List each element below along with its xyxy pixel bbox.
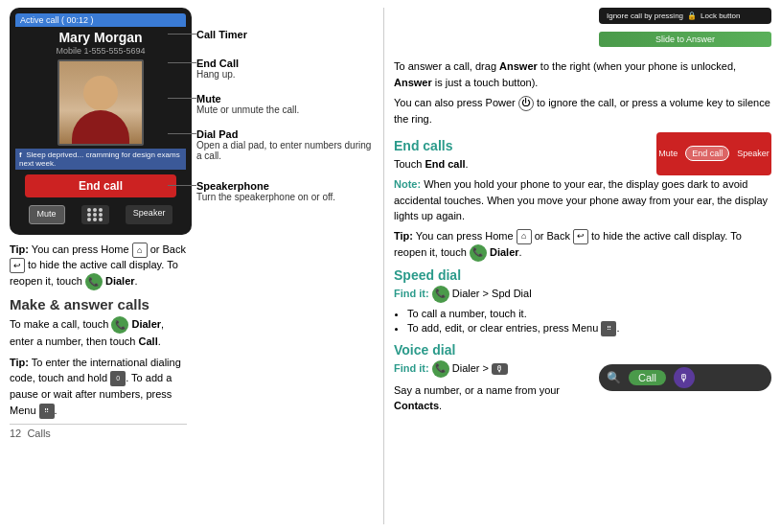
voice-dial-say: Say a number, or a name from your Contac… xyxy=(394,382,599,414)
search-call-bar: 🔍 Call 🎙 xyxy=(599,364,771,391)
end-calls-section: Mute End call Speaker End calls Touch En… xyxy=(394,132,771,224)
menu-icon-spd: ⠿ xyxy=(601,321,616,336)
power-icon: ⏻ xyxy=(518,96,534,111)
lock-icon: 🔒 xyxy=(687,12,697,20)
answer-call-para: To answer a call, drag Answer to the rig… xyxy=(394,58,771,90)
speed-dial-bullet-2: To add, edit, or clear entries, press Me… xyxy=(407,321,771,336)
annotation-end-call: End Call Hang up. xyxy=(196,58,379,80)
speaker-label-img: Speaker xyxy=(737,149,770,158)
right-panel: Ignore call by pressing 🔒 Lock button Sl… xyxy=(384,0,781,532)
power-ignore-para: You can also press Power ⏻ to ignore the… xyxy=(394,95,771,127)
left-panel: Active call ( 00:12 ) Mary Morgan Mobile… xyxy=(0,0,383,532)
mute-label-img: Mute xyxy=(658,149,678,158)
back-icon-right: ↩ xyxy=(573,229,588,244)
slide-answer-text: Slide to Answer xyxy=(655,35,715,44)
voice-dial-row: Find it: 📞 Dialer > 🎙 Say a number, or a… xyxy=(394,360,771,419)
annotation-line-endcall xyxy=(168,62,196,63)
make-answer-para1: To make a call, touch 📞 Dialer, enter a … xyxy=(10,316,187,350)
mute-button[interactable]: Mute xyxy=(29,205,65,224)
ignore-call-label: Ignore call by pressing xyxy=(607,12,683,20)
end-calls-note: Note: When you hold your phone to your e… xyxy=(394,176,771,224)
annotation-line-timer xyxy=(168,34,196,35)
annotation-line-speaker xyxy=(168,185,196,186)
end-calls-inner: Mute End call Speaker xyxy=(658,146,770,161)
annotation-line-mute xyxy=(168,98,196,99)
dialer-icon-voice: 📞 xyxy=(432,360,449,378)
annotation-call-timer: Call Timer xyxy=(196,29,379,40)
ignore-call-block: Ignore call by pressing 🔒 Lock button Sl… xyxy=(599,8,771,55)
contact-number: Mobile 1-555-555-5694 xyxy=(15,46,186,56)
dialer-icon-right: 📞 xyxy=(470,244,487,262)
tip1-label: Tip: xyxy=(10,243,29,255)
dialer-icon-speed: 📞 xyxy=(432,286,449,303)
annotation-mute-title: Mute xyxy=(196,93,379,104)
annotation-speaker-title: Speakerphone xyxy=(196,180,379,192)
facebook-status: f Sleep deprived... cramming for design … xyxy=(15,149,186,170)
dialer-phone-icon: 📞 xyxy=(85,273,103,290)
back-icon: ↩ xyxy=(10,258,25,273)
slide-to-answer-bar: Slide to Answer xyxy=(599,32,771,47)
endcall-label-img: End call xyxy=(685,146,729,161)
annotations-area: Call Timer End Call Hang up. Mute Mute o… xyxy=(192,0,383,532)
page-footer: 12 Calls xyxy=(10,424,187,439)
note-label: Note: xyxy=(394,178,421,190)
voice-icon: 🎙 xyxy=(492,363,508,375)
home-icon-right: ⌂ xyxy=(517,229,532,244)
annotation-mute: Mute Mute or unmute the call. xyxy=(196,93,379,115)
contact-photo-face xyxy=(59,61,142,144)
make-answer-heading: Make & answer calls xyxy=(10,296,187,312)
annotation-dialpad-title: Dial Pad xyxy=(196,128,379,140)
contact-name: Mary Morgan xyxy=(15,27,186,46)
annotation-dialpad-desc: Open a dial pad, to enter numbers during… xyxy=(196,140,379,161)
ignore-call-area: Ignore call by pressing 🔒 Lock button Sl… xyxy=(394,8,771,55)
fb-icon: f xyxy=(19,150,22,159)
annotation-mute-desc: Mute or unmute the call. xyxy=(196,104,379,115)
end-call-button[interactable]: End call xyxy=(25,174,176,197)
phone-bottom-buttons: Mute Speaker xyxy=(15,202,186,229)
end-calls-image: Mute End call Speaker xyxy=(656,132,771,175)
home-icon: ⌂ xyxy=(132,243,148,258)
menu-icon-grid: ⠿ xyxy=(39,404,55,419)
page-number: 12 xyxy=(10,428,21,439)
speed-dial-bullets: To call a number, touch it. To add, edit… xyxy=(394,308,771,336)
contact-photo xyxy=(57,59,144,146)
annotation-endcall-title: End Call xyxy=(196,58,379,69)
phone-mockup: Active call ( 00:12 ) Mary Morgan Mobile… xyxy=(10,8,192,235)
speed-dial-heading: Speed dial xyxy=(394,267,771,283)
make-answer-tip2: Tip: To enter the international dialing … xyxy=(10,355,187,419)
tip3-text: Tip: You can press Home ⌂ or Back ↩ to h… xyxy=(394,229,771,262)
active-call-label: Active call ( 00:12 ) xyxy=(20,15,94,25)
annotation-speakerphone: Speakerphone Turn the speakerphone on or… xyxy=(196,180,379,202)
annotation-timer-title: Call Timer xyxy=(196,29,379,40)
ignore-call-bar: Ignore call by pressing 🔒 Lock button xyxy=(599,8,771,24)
facebook-text: Sleep deprived... cramming for design ex… xyxy=(19,150,180,168)
dialpad-button[interactable] xyxy=(81,205,109,224)
annotation-line-dialpad xyxy=(168,133,196,134)
voice-dial-content: Find it: 📞 Dialer > 🎙 Say a number, or a… xyxy=(394,360,599,419)
speed-dial-bullet-1: To call a number, touch it. xyxy=(407,308,771,319)
call-button-bar[interactable]: Call xyxy=(629,370,666,385)
dialer-icon-make: 📞 xyxy=(111,316,128,334)
speed-dial-findit: Find it: 📞 Dialer > Spd Dial xyxy=(394,286,771,303)
voice-dial-findit: Find it: 📞 Dialer > 🎙 xyxy=(394,360,599,378)
lock-button-label: Lock button xyxy=(701,12,740,20)
search-icon-bar[interactable]: 🔍 xyxy=(607,371,621,384)
mic-button-bar[interactable]: 🎙 xyxy=(674,367,695,388)
active-call-bar: Active call ( 00:12 ) xyxy=(15,13,186,27)
tip1-body: You can press Home ⌂ or Back ↩ to hide t… xyxy=(10,243,186,287)
annotation-dialpad: Dial Pad Open a dial pad, to enter numbe… xyxy=(196,128,379,161)
annotation-endcall-desc: Hang up. xyxy=(196,69,379,80)
tip1-text: Tip: You can press Home ⌂ or Back ↩ to h… xyxy=(10,243,187,290)
page-section: Calls xyxy=(27,428,50,439)
annotation-speaker-desc: Turn the speakerphone on or off. xyxy=(196,192,379,202)
voice-dial-heading: Voice dial xyxy=(394,342,771,358)
speaker-button[interactable]: Speaker xyxy=(126,205,173,224)
zero-key-icon: 0 xyxy=(110,371,126,386)
phone-area: Active call ( 00:12 ) Mary Morgan Mobile… xyxy=(0,0,192,532)
